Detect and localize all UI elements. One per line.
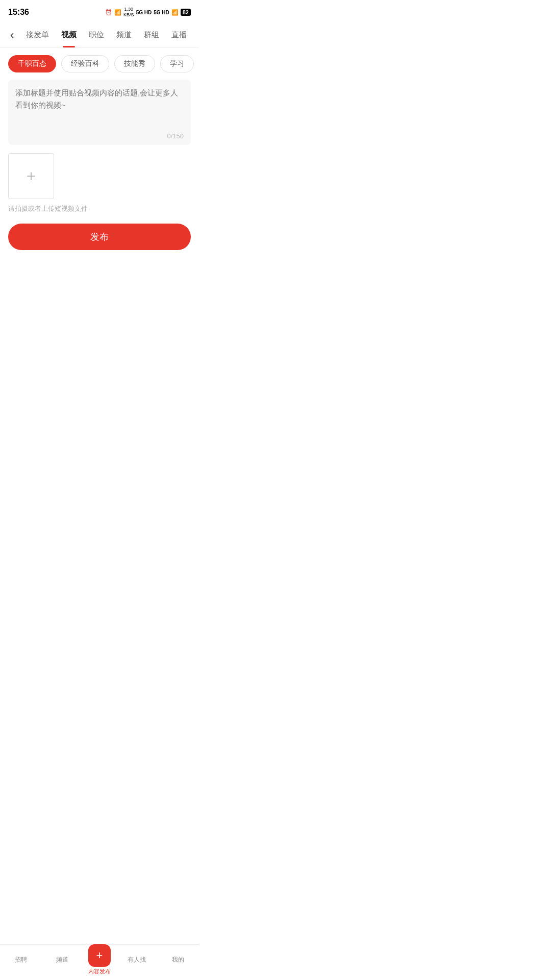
category-jingyan[interactable]: 经验百科: [61, 55, 109, 72]
text-input-area: 0/150: [8, 80, 191, 145]
network-speed: 1.30 KB/S: [123, 7, 134, 18]
main-content: 千职百态 经验百科 技能秀 学习 娱乐 0/150 + 请拍摄或者上传短视频文件…: [0, 48, 199, 301]
nav-bar: ‹ 接发单 视频 职位 频道 群组 直播: [0, 22, 199, 48]
status-icons: ⏰ 📶 1.30 KB/S 5G HD 5G HD 📶 82: [105, 7, 191, 18]
tab-jiefadan[interactable]: 接发单: [24, 22, 51, 47]
tab-qunzu[interactable]: 群组: [142, 22, 161, 47]
tab-shipin[interactable]: 视频: [59, 22, 79, 47]
tab-pindao[interactable]: 频道: [114, 22, 134, 47]
upload-hint: 请拍摄或者上传短视频文件: [8, 204, 191, 213]
battery-indicator: 82: [181, 9, 191, 16]
5g-signal-1: 5G HD: [136, 10, 152, 15]
back-button[interactable]: ‹: [6, 24, 18, 46]
publish-button[interactable]: 发布: [8, 224, 191, 250]
tab-zhibo[interactable]: 直播: [169, 22, 189, 47]
nav-tabs: 接发单 视频 职位 频道 群组 直播: [20, 22, 193, 47]
upload-section: + 请拍摄或者上传短视频文件: [8, 153, 191, 213]
alarm-icon: ⏰: [105, 9, 112, 16]
status-time: 15:36: [8, 8, 29, 17]
wifi-icon: 📶: [171, 9, 179, 16]
category-bar: 千职百态 经验百科 技能秀 学习 娱乐: [0, 48, 199, 80]
category-jineng[interactable]: 技能秀: [114, 55, 155, 72]
signal-icon: 📶: [114, 9, 121, 16]
5g-signal-2: 5G HD: [154, 10, 169, 15]
category-xuexi[interactable]: 学习: [160, 55, 194, 72]
tab-zhiwei[interactable]: 职位: [87, 22, 106, 47]
title-input[interactable]: [15, 87, 184, 136]
char-count: 0/150: [167, 132, 184, 140]
status-bar: 15:36 ⏰ 📶 1.30 KB/S 5G HD 5G HD 📶 82: [0, 0, 199, 22]
add-icon: +: [27, 168, 36, 184]
category-qianzhi[interactable]: 千职百态: [8, 55, 56, 72]
video-upload-box[interactable]: +: [8, 153, 54, 199]
